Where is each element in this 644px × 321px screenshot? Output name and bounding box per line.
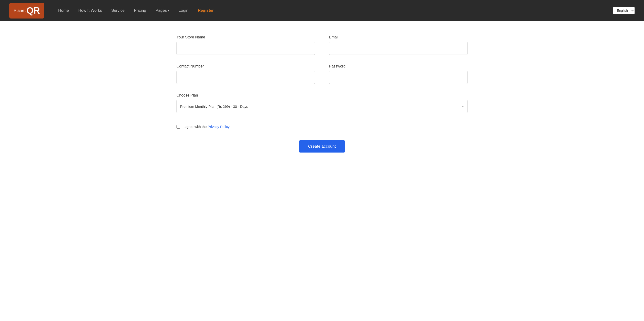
privacy-policy-row: I agree with the Privacy Policy <box>176 125 468 129</box>
plan-group: Choose Plan Premium Monthly Plan (Rs 299… <box>176 93 468 113</box>
agree-text: I agree with the <box>182 125 208 129</box>
logo-planet-text: Planet <box>14 8 26 13</box>
nav-pages-dropdown[interactable]: Pages ▾ <box>156 8 169 13</box>
email-label: Email <box>329 35 468 39</box>
main-content: Your Store Name Email Contact Number Pas… <box>158 21 486 171</box>
nav-service-link[interactable]: Service <box>111 8 124 13</box>
email-input[interactable] <box>329 42 468 55</box>
nav-home-link[interactable]: Home <box>58 8 69 13</box>
email-group: Email <box>329 35 468 55</box>
logo[interactable]: Planet QR <box>10 3 44 18</box>
language-selector[interactable]: English Hindi Tamil Telugu <box>613 7 634 14</box>
navbar: Planet QR Home How It Works Service Pric… <box>0 0 644 21</box>
create-account-button[interactable]: Create account <box>299 140 345 153</box>
nav-login-link[interactable]: Login <box>178 8 188 13</box>
nav-how-it-works-link[interactable]: How It Works <box>78 8 102 13</box>
nav-links: Home How It Works Service Pricing Pages … <box>58 8 613 13</box>
chevron-down-icon: ▾ <box>168 9 169 12</box>
store-name-group: Your Store Name <box>176 35 315 55</box>
plan-label: Choose Plan <box>176 93 468 97</box>
nav-register-link[interactable]: Register <box>198 8 214 13</box>
contact-input[interactable] <box>176 71 315 84</box>
password-group: Password <box>329 64 468 84</box>
store-name-input[interactable] <box>176 42 315 55</box>
privacy-policy-link[interactable]: Privacy Policy <box>208 125 230 129</box>
logo-qr-text: QR <box>26 6 40 16</box>
store-name-label: Your Store Name <box>176 35 315 39</box>
privacy-policy-checkbox[interactable] <box>176 125 180 129</box>
nav-pricing-link[interactable]: Pricing <box>134 8 146 13</box>
contact-group: Contact Number <box>176 64 315 84</box>
password-input[interactable] <box>329 71 468 84</box>
contact-label: Contact Number <box>176 64 315 68</box>
create-account-row: Create account <box>176 140 468 153</box>
privacy-policy-text: I agree with the Privacy Policy <box>182 125 230 129</box>
plan-select[interactable]: Premium Monthly Plan (Rs 299) - 30 - Day… <box>176 100 468 113</box>
password-label: Password <box>329 64 468 68</box>
registration-form: Your Store Name Email Contact Number Pas… <box>176 35 468 153</box>
nav-pages-label: Pages <box>156 8 167 13</box>
plan-select-wrapper: Premium Monthly Plan (Rs 299) - 30 - Day… <box>176 100 468 113</box>
